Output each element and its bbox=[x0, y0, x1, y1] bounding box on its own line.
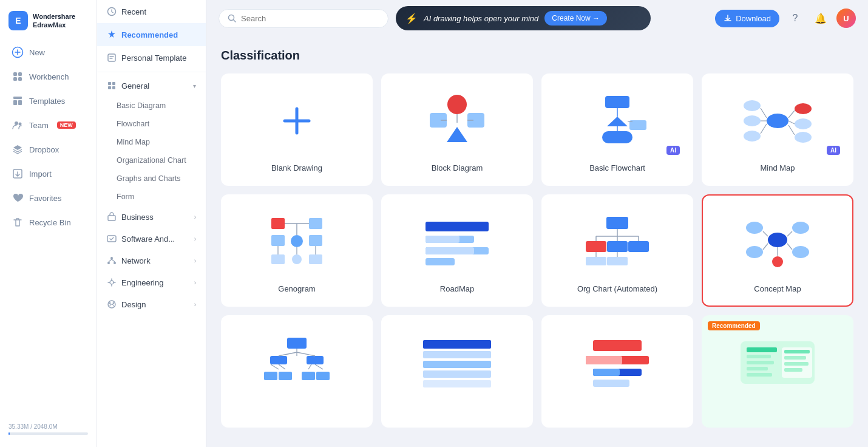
svg-rect-14 bbox=[108, 54, 115, 61]
svg-line-100 bbox=[763, 244, 768, 250]
svg-point-28 bbox=[109, 302, 111, 304]
svg-rect-113 bbox=[316, 372, 330, 380]
group-network-label: Network bbox=[121, 256, 151, 265]
panel-recommended-label: Recommended bbox=[121, 30, 178, 39]
svg-point-94 bbox=[746, 222, 763, 234]
svg-point-22 bbox=[107, 262, 110, 264]
sidebar-item-import[interactable]: Import bbox=[4, 162, 93, 185]
sidebar-item-workbench[interactable]: Workbench bbox=[4, 65, 93, 88]
svg-rect-80 bbox=[606, 217, 628, 229]
app-name: WondershareEdrawMax bbox=[33, 12, 75, 30]
divider-1 bbox=[97, 72, 206, 72]
help-button[interactable]: ? bbox=[785, 9, 805, 28]
card-basic-flowchart[interactable]: AI Basic Flowchart bbox=[541, 73, 693, 186]
roadmap-icon bbox=[421, 214, 493, 269]
svg-line-114 bbox=[271, 364, 279, 369]
plus-icon bbox=[12, 47, 23, 58]
sidebar-item-favorites[interactable]: Favorites bbox=[4, 186, 93, 210]
card-org-chart[interactable]: Org Chart (Automated) bbox=[541, 194, 693, 307]
download-icon bbox=[724, 14, 732, 22]
svg-rect-71 bbox=[271, 254, 285, 264]
card-timeline[interactable] bbox=[541, 315, 693, 428]
sub-graphs-charts[interactable]: Graphs and Charts bbox=[97, 169, 206, 188]
sidebar-item-templates[interactable]: Templates bbox=[4, 89, 93, 112]
svg-rect-131 bbox=[747, 355, 771, 358]
group-general-label: General bbox=[121, 81, 149, 90]
card-visual-table bbox=[392, 326, 522, 399]
svg-rect-9 bbox=[18, 100, 22, 105]
group-engineering[interactable]: Engineering › bbox=[97, 271, 206, 293]
panel-personal-template[interactable]: Personal Template bbox=[97, 46, 206, 69]
card-conceptmap-label: Concept Map bbox=[754, 284, 801, 293]
card-blank-drawing[interactable]: Blank Drawing bbox=[221, 73, 373, 186]
svg-rect-137 bbox=[784, 356, 806, 360]
card-genogram[interactable]: Genogram bbox=[221, 194, 373, 307]
svg-rect-111 bbox=[279, 372, 292, 380]
sidebar-item-recycle-bin[interactable]: Recycle Bin bbox=[4, 211, 93, 234]
sub-mind-map[interactable]: Mind Map bbox=[97, 133, 206, 151]
svg-marker-35 bbox=[447, 127, 467, 142]
nav-panel: Recent Recommended Personal Template Gen… bbox=[97, 0, 206, 447]
card-visual-mindmap: AI bbox=[713, 84, 843, 157]
group-network[interactable]: Network › bbox=[97, 250, 206, 271]
group-design[interactable]: Design › bbox=[97, 293, 206, 315]
group-general[interactable]: General ▾ bbox=[97, 75, 206, 97]
content-area: Classification Blank Drawing bbox=[206, 36, 868, 447]
group-software[interactable]: Software And... › bbox=[97, 228, 206, 250]
sub-flowchart[interactable]: Flowchart bbox=[97, 115, 206, 133]
svg-rect-122 bbox=[423, 380, 491, 387]
sidebar-item-new[interactable]: New bbox=[4, 41, 93, 64]
card-table[interactable] bbox=[381, 315, 533, 428]
download-label: Download bbox=[736, 14, 771, 23]
card-visual-orgchart bbox=[552, 205, 682, 278]
svg-rect-136 bbox=[784, 350, 810, 353]
card-visual-conceptmap bbox=[713, 205, 843, 278]
card-mindmap-label: Mind Map bbox=[760, 163, 795, 172]
ai-banner[interactable]: ⚡ AI drawing helps open your mind Create… bbox=[396, 6, 651, 30]
group-business[interactable]: Business › bbox=[97, 206, 206, 228]
user-avatar[interactable]: U bbox=[836, 9, 856, 28]
create-now-button[interactable]: Create Now → bbox=[544, 11, 607, 26]
card-block-diagram[interactable]: Block Diagram bbox=[381, 73, 533, 186]
svg-rect-18 bbox=[112, 86, 115, 89]
svg-line-101 bbox=[787, 231, 792, 236]
svg-rect-65 bbox=[271, 235, 285, 246]
blank-drawing-icon bbox=[273, 97, 321, 145]
search-input[interactable] bbox=[241, 14, 379, 23]
sub-org-chart[interactable]: Organizational Chart bbox=[97, 151, 206, 169]
svg-rect-78 bbox=[426, 247, 474, 254]
card-roadmap[interactable]: RoadMap bbox=[381, 194, 533, 307]
search-bar[interactable] bbox=[219, 9, 388, 28]
svg-point-95 bbox=[746, 246, 763, 258]
orgchart-icon bbox=[581, 214, 654, 269]
card-featured[interactable]: Recommended bbox=[702, 315, 853, 428]
card-flowchart-label: Basic Flowchart bbox=[589, 163, 645, 172]
notifications-button[interactable]: 🔔 bbox=[811, 9, 830, 28]
heart-icon bbox=[12, 193, 23, 203]
card-genogram-label: Genogram bbox=[278, 284, 315, 293]
storage-track bbox=[8, 432, 88, 435]
svg-rect-133 bbox=[747, 367, 768, 370]
svg-rect-17 bbox=[108, 86, 111, 89]
svg-point-48 bbox=[767, 114, 788, 128]
card-tree[interactable] bbox=[221, 315, 373, 428]
group-business-label: Business bbox=[121, 213, 154, 222]
panel-recent[interactable]: Recent bbox=[97, 0, 206, 23]
featured-icon bbox=[738, 335, 817, 390]
sub-basic-diagram[interactable]: Basic Diagram bbox=[97, 97, 206, 115]
svg-rect-119 bbox=[423, 351, 491, 358]
trash-icon bbox=[12, 217, 23, 228]
sidebar-item-dropbox[interactable]: Dropbox bbox=[4, 138, 93, 161]
svg-rect-62 bbox=[309, 218, 322, 229]
card-concept-map[interactable]: Concept Map bbox=[702, 194, 853, 307]
sub-form[interactable]: Form bbox=[97, 188, 206, 206]
panel-recommended[interactable]: Recommended bbox=[97, 23, 206, 46]
svg-rect-134 bbox=[747, 373, 772, 377]
topbar-right: Download ? 🔔 U bbox=[715, 9, 856, 28]
card-mind-map[interactable]: AI Mind Map bbox=[702, 73, 853, 186]
svg-rect-73 bbox=[309, 254, 322, 264]
svg-rect-92 bbox=[607, 257, 628, 265]
download-button[interactable]: Download bbox=[715, 10, 779, 27]
sidebar-item-team[interactable]: Team NEW bbox=[4, 114, 93, 137]
card-visual-blank bbox=[232, 84, 362, 157]
